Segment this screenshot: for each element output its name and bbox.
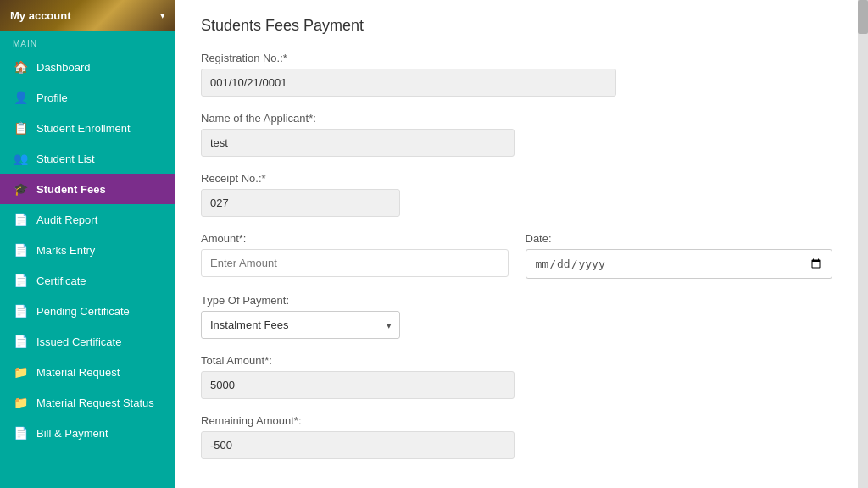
sidebar-item-material-request-status[interactable]: 📁Material Request Status: [0, 387, 175, 418]
sidebar-item-label: Profile: [36, 92, 68, 104]
sidebar-item-label: Issued Certificate: [36, 336, 121, 348]
certificate-icon: 📄: [13, 273, 28, 288]
payment-type-select[interactable]: Instalment FeesFull PaymentOther: [201, 311, 400, 339]
sidebar-item-certificate[interactable]: 📄Certificate: [0, 265, 175, 296]
date-group: Date:: [526, 232, 833, 279]
sidebar-item-marks-entry[interactable]: 📄Marks Entry: [0, 235, 175, 265]
student-fees-icon: 🎓: [13, 181, 28, 197]
amount-input[interactable]: [201, 249, 509, 277]
sidebar-header[interactable]: My account ▾: [0, 0, 175, 30]
audit-report-icon: 📄: [13, 212, 28, 227]
sidebar-item-label: Student Fees: [36, 183, 106, 196]
page-title: Students Fees Payment: [201, 17, 832, 35]
scrollbar-thumb[interactable]: [858, 0, 868, 34]
sidebar-header-arrow: ▾: [160, 10, 165, 21]
sidebar-item-label: Bill & Payment: [36, 427, 108, 440]
applicant-name-input[interactable]: [201, 129, 515, 157]
sidebar: My account ▾ MAIN 🏠Dashboard👤Profile📋Stu…: [0, 0, 175, 488]
sidebar-item-label: Certificate: [36, 274, 86, 287]
sidebar-item-label: Student List: [36, 152, 95, 165]
sidebar-item-label: Audit Report: [36, 214, 97, 226]
remaining-amount-group: Remaining Amount*:: [201, 414, 515, 459]
bill-payment-icon: 📄: [13, 425, 28, 441]
sidebar-item-label: Material Request Status: [36, 396, 154, 409]
total-amount-group: Total Amount*:: [201, 354, 515, 399]
sidebar-item-student-fees[interactable]: 🎓Student Fees: [0, 174, 175, 204]
student-list-icon: 👥: [13, 151, 28, 166]
applicant-name-label: Name of the Applicant*:: [201, 112, 515, 125]
date-label: Date:: [526, 232, 833, 245]
receipt-no-label: Receipt No.:*: [201, 172, 400, 185]
sidebar-item-label: Dashboard: [36, 61, 91, 74]
payment-type-select-wrapper: Instalment FeesFull PaymentOther ▾: [201, 311, 400, 339]
sidebar-section-label: MAIN: [0, 30, 175, 52]
applicant-name-group: Name of the Applicant*:: [201, 112, 515, 157]
sidebar-item-profile[interactable]: 👤Profile: [0, 82, 175, 113]
pending-certificate-icon: 📄: [13, 303, 28, 319]
receipt-no-input[interactable]: [201, 189, 400, 217]
material-request-status-icon: 📁: [13, 395, 28, 410]
total-amount-label: Total Amount*:: [201, 354, 515, 367]
material-request-icon: 📁: [13, 364, 28, 380]
payment-type-label: Type Of Payment:: [201, 294, 832, 307]
student-enrollment-icon: 📋: [13, 120, 28, 136]
sidebar-item-pending-certificate[interactable]: 📄Pending Certificate: [0, 296, 175, 326]
registration-no-input[interactable]: [201, 69, 616, 97]
sidebar-items-container: 🏠Dashboard👤Profile📋Student Enrollment👥St…: [0, 52, 175, 448]
total-amount-input[interactable]: [201, 371, 515, 399]
sidebar-item-dashboard[interactable]: 🏠Dashboard: [0, 52, 175, 82]
amount-label: Amount*:: [201, 232, 509, 245]
sidebar-item-label: Marks Entry: [36, 244, 95, 257]
sidebar-item-student-enrollment[interactable]: 📋Student Enrollment: [0, 113, 175, 143]
sidebar-item-material-request[interactable]: 📁Material Request: [0, 357, 175, 387]
amount-group: Amount*:: [201, 232, 509, 279]
sidebar-item-student-list[interactable]: 👥Student List: [0, 143, 175, 174]
profile-icon: 👤: [13, 90, 28, 105]
sidebar-item-label: Student Enrollment: [36, 122, 131, 135]
sidebar-item-label: Pending Certificate: [36, 305, 130, 318]
sidebar-item-label: Material Request: [36, 366, 120, 379]
main-content: Students Fees Payment Registration No.:*…: [175, 0, 858, 488]
receipt-no-group: Receipt No.:*: [201, 172, 400, 217]
scrollbar[interactable]: [858, 0, 868, 488]
registration-no-group: Registration No.:*: [201, 52, 616, 97]
registration-no-label: Registration No.:*: [201, 52, 616, 64]
amount-date-row: Amount*: Date:: [201, 232, 832, 294]
sidebar-item-bill-payment[interactable]: 📄Bill & Payment: [0, 418, 175, 448]
remaining-amount-label: Remaining Amount*:: [201, 414, 515, 427]
sidebar-item-audit-report[interactable]: 📄Audit Report: [0, 204, 175, 235]
issued-certificate-icon: 📄: [13, 334, 28, 349]
remaining-amount-input[interactable]: [201, 431, 515, 459]
sidebar-header-title: My account: [10, 9, 71, 22]
payment-type-group: Type Of Payment: Instalment FeesFull Pay…: [201, 294, 832, 339]
marks-entry-icon: 📄: [13, 242, 28, 258]
dashboard-icon: 🏠: [13, 59, 28, 75]
date-input[interactable]: [526, 249, 833, 279]
sidebar-item-issued-certificate[interactable]: 📄Issued Certificate: [0, 326, 175, 357]
